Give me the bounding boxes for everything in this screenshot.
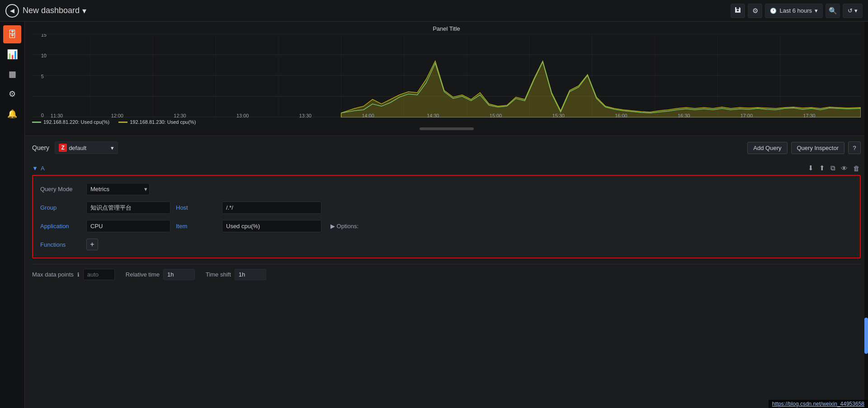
- search-button[interactable]: 🔍: [826, 4, 840, 18]
- query-row-a-actions: ⬇ ⬆ ⧉ 👁 🗑: [807, 163, 861, 173]
- duplicate-icon[interactable]: ⧉: [830, 163, 836, 173]
- application-input[interactable]: [86, 220, 170, 232]
- eye-icon[interactable]: 👁: [840, 164, 849, 173]
- clock-icon: 🕐: [770, 8, 777, 14]
- datasource-z-badge: Z: [59, 144, 67, 152]
- data-options-row: Max data points ℹ Relative time Time shi…: [32, 264, 861, 285]
- save-button[interactable]: [731, 4, 745, 18]
- datasource-name: default: [69, 145, 109, 151]
- host-input[interactable]: [222, 202, 321, 214]
- svg-text:17:30: 17:30: [803, 113, 815, 117]
- dropdown-arrow-icon: ▾: [82, 6, 86, 16]
- legend-label-2: 192.168.81.230: Used cpu(%): [130, 119, 196, 125]
- time-range-arrow-icon: ▾: [815, 7, 818, 14]
- top-nav: ◀ New dashboard ▾ ⚙ 🕐 Last 6 hours ▾ 🔍 ↺: [0, 0, 868, 22]
- dashboard-title-text: New dashboard: [23, 6, 80, 15]
- application-row: Application Item ▶ Options:: [40, 220, 853, 232]
- search-icon: 🔍: [829, 7, 837, 15]
- chart-icon: 📊: [7, 49, 18, 60]
- svg-text:13:30: 13:30: [299, 113, 311, 117]
- svg-text:13:00: 13:00: [236, 113, 249, 117]
- svg-text:15:00: 15:00: [490, 113, 502, 117]
- save-icon: [734, 6, 741, 15]
- svg-text:14:30: 14:30: [427, 113, 439, 117]
- chart-legend: 192.168.81.220: Used cpu(%) 192.168.81.2…: [32, 119, 861, 125]
- functions-row: Functions +: [40, 239, 853, 250]
- svg-text:16:00: 16:00: [615, 113, 627, 117]
- relative-time-group: Relative time: [126, 269, 195, 280]
- sidebar: 🗄 📊 ▦ ⚙ 🔔: [0, 22, 25, 408]
- settings-icon: ⚙: [9, 89, 16, 99]
- panel-title: Panel Title: [32, 25, 861, 32]
- sidebar-item-settings[interactable]: ⚙: [3, 85, 21, 103]
- query-section: Query Z default ▾ Add Query Query Inspec…: [25, 136, 868, 408]
- max-data-points-input[interactable]: [83, 269, 115, 280]
- help-button[interactable]: ?: [848, 141, 861, 154]
- add-function-button[interactable]: +: [86, 239, 98, 250]
- refresh-button[interactable]: ↺ ▾: [843, 4, 863, 18]
- time-shift-group: Time shift: [206, 269, 266, 280]
- query-row-a-header: ▼ A ⬇ ⬆ ⧉ 👁 🗑: [32, 161, 861, 175]
- url-bar: https://blog.csdn.net/weixin_44953658: [769, 400, 868, 408]
- legend-line-1: [32, 122, 41, 123]
- dashboard-title[interactable]: New dashboard ▾: [23, 6, 86, 16]
- legend-label-1: 192.168.81.220: Used cpu(%): [43, 119, 109, 125]
- sidebar-item-chart[interactable]: 📊: [3, 45, 21, 63]
- query-mode-select[interactable]: Metrics IT Services Problems: [86, 183, 150, 195]
- group-input[interactable]: [86, 202, 170, 214]
- query-header-right: Add Query Query Inspector ?: [747, 141, 861, 154]
- add-query-button[interactable]: Add Query: [747, 142, 787, 154]
- relative-time-input[interactable]: [163, 269, 195, 280]
- svg-text:14:00: 14:00: [362, 113, 374, 117]
- move-down-icon[interactable]: ⬇: [807, 163, 815, 173]
- info-icon[interactable]: ℹ: [77, 272, 80, 278]
- svg-text:16:30: 16:30: [678, 113, 690, 117]
- query-inspector-button[interactable]: Query Inspector: [791, 142, 845, 154]
- item-label: Item: [176, 223, 217, 230]
- max-data-points-group: Max data points ℹ: [32, 269, 115, 280]
- move-up-icon[interactable]: ⬆: [818, 163, 826, 173]
- sidebar-item-layers[interactable]: ▦: [3, 65, 21, 83]
- chart-area: 15 10 5 0: [32, 34, 861, 117]
- svg-text:12:30: 12:30: [174, 113, 186, 117]
- chart-scrollbar-thumb: [420, 127, 474, 130]
- layers-icon: ▦: [9, 69, 16, 79]
- chart-panel: Panel Title 15 10 5 0: [25, 22, 868, 136]
- svg-text:11:30: 11:30: [51, 113, 63, 117]
- query-row-a-id: A: [41, 165, 45, 172]
- functions-label: Functions: [40, 241, 81, 248]
- back-button[interactable]: ◀: [5, 4, 19, 18]
- chart-svg: 15 10 5 0: [32, 34, 861, 117]
- svg-text:10: 10: [41, 53, 47, 58]
- application-label: Application: [40, 223, 81, 230]
- delete-icon[interactable]: 🗑: [852, 164, 861, 173]
- query-row-a-collapse[interactable]: ▼ A: [32, 165, 45, 172]
- svg-text:15:30: 15:30: [552, 113, 565, 117]
- query-form-box: Query Mode Metrics IT Services Problems …: [32, 175, 861, 258]
- group-label: Group: [40, 204, 81, 211]
- svg-text:5: 5: [41, 74, 44, 79]
- query-mode-row: Query Mode Metrics IT Services Problems …: [40, 183, 853, 195]
- time-shift-input[interactable]: [235, 269, 266, 280]
- svg-text:17:00: 17:00: [741, 113, 753, 117]
- settings-button[interactable]: ⚙: [748, 4, 762, 18]
- query-mode-select-wrapper: Metrics IT Services Problems ▾: [86, 183, 147, 195]
- database-icon: 🗄: [8, 29, 17, 40]
- content-area: Panel Title 15 10 5 0: [25, 22, 868, 408]
- legend-item-2: 192.168.81.230: Used cpu(%): [118, 119, 196, 125]
- sidebar-item-alerts[interactable]: 🔔: [3, 105, 21, 123]
- query-header-left: Query Z default ▾: [32, 141, 118, 154]
- sidebar-item-database[interactable]: 🗄: [3, 25, 21, 43]
- back-arrow-icon: ◀: [10, 7, 14, 14]
- time-range-label: Last 6 hours: [779, 7, 812, 14]
- item-input[interactable]: [222, 220, 321, 232]
- right-scrollbar[interactable]: [864, 22, 868, 408]
- query-header: Query Z default ▾ Add Query Query Inspec…: [32, 141, 861, 154]
- time-range-picker[interactable]: 🕐 Last 6 hours ▾: [765, 4, 823, 18]
- right-scrollbar-thumb: [864, 318, 868, 354]
- datasource-picker[interactable]: Z default ▾: [55, 141, 118, 154]
- refresh-dropdown-icon: ▾: [854, 7, 858, 14]
- options-button[interactable]: ▶ Options:: [327, 220, 362, 232]
- chart-scrollbar[interactable]: [32, 127, 861, 130]
- datasource-arrow-icon: ▾: [111, 145, 114, 151]
